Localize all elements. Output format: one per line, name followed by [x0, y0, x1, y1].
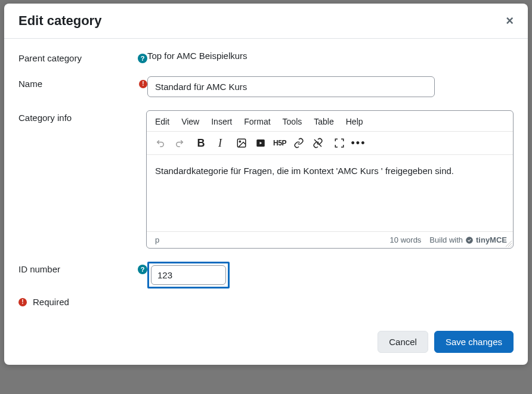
required-icon: !: [18, 298, 27, 306]
editor-footer-right: 10 words Build with tinyMCE: [390, 235, 507, 244]
field-col: Edit View Insert Format Tools Table Help: [146, 110, 514, 249]
help-icon[interactable]: ?: [138, 54, 147, 63]
help-icon[interactable]: ?: [138, 265, 147, 274]
required-note-text: Required: [33, 297, 69, 307]
tinymce-branding[interactable]: Build with tinyMCE: [429, 235, 507, 244]
svg-point-1: [239, 141, 240, 142]
menu-insert[interactable]: Insert: [211, 117, 232, 126]
editor-content-area[interactable]: Standardkategorie für Fragen, die im Kon…: [147, 155, 513, 231]
name-input[interactable]: [147, 76, 435, 97]
label-col: Parent category ?: [18, 51, 147, 63]
close-button[interactable]: ×: [506, 14, 514, 27]
row-id-number: ID number ?: [18, 262, 514, 288]
parent-category-label: Parent category: [18, 53, 133, 63]
menu-format[interactable]: Format: [244, 117, 270, 126]
id-number-label: ID number: [18, 264, 133, 274]
id-number-highlight: [147, 262, 230, 288]
modal-body: Parent category ? Top for AMC Beispielku…: [4, 39, 528, 321]
save-changes-button[interactable]: Save changes: [434, 331, 514, 353]
unlink-icon[interactable]: [313, 138, 323, 148]
field-col: Top for AMC Beispielkurs: [147, 51, 514, 61]
modal-title: Edit category: [18, 13, 101, 29]
parent-category-value: Top for AMC Beispielkurs: [147, 51, 248, 61]
svg-point-4: [466, 237, 473, 244]
tool-group-media: H5P: [236, 138, 323, 148]
fullscreen-icon[interactable]: [334, 138, 345, 148]
required-icon: !: [139, 80, 147, 88]
editor-footer: p 10 words Build with tinyMCE: [147, 231, 513, 248]
h5p-icon[interactable]: H5P: [274, 138, 285, 148]
row-parent-category: Parent category ? Top for AMC Beispielku…: [18, 51, 514, 63]
label-col: Category info: [18, 110, 146, 123]
modal-header: Edit category ×: [4, 4, 528, 39]
editor-toolbar: B I H5P: [147, 132, 513, 155]
tool-group-format: B I: [196, 138, 225, 148]
category-info-label: Category info: [18, 113, 146, 123]
row-category-info: Category info Edit View Insert Format To…: [18, 110, 514, 249]
tool-group-view: •••: [334, 138, 364, 148]
image-icon[interactable]: [236, 138, 247, 148]
undo-icon[interactable]: [155, 138, 166, 148]
video-icon[interactable]: [255, 138, 266, 148]
label-col: Name !: [18, 76, 147, 89]
link-icon[interactable]: [293, 138, 304, 148]
menu-edit[interactable]: Edit: [155, 117, 169, 126]
redo-icon[interactable]: [174, 138, 185, 148]
id-number-input[interactable]: [151, 265, 226, 285]
required-note: ! Required: [18, 297, 514, 307]
word-count[interactable]: 10 words: [390, 235, 422, 244]
menu-view[interactable]: View: [181, 117, 199, 126]
name-label: Name: [18, 79, 134, 89]
italic-icon[interactable]: I: [215, 138, 225, 148]
menu-help[interactable]: Help: [346, 117, 363, 126]
resize-handle-icon[interactable]: [506, 241, 512, 247]
label-col: ID number ?: [18, 262, 147, 274]
menu-tools[interactable]: Tools: [283, 117, 302, 126]
row-name: Name !: [18, 76, 514, 97]
more-icon[interactable]: •••: [353, 138, 364, 148]
modal-footer: Cancel Save changes: [4, 321, 528, 365]
field-col: [147, 262, 514, 288]
bold-icon[interactable]: B: [196, 138, 206, 148]
field-col: [147, 76, 514, 97]
menu-table[interactable]: Table: [314, 117, 333, 126]
edit-category-modal: Edit category × Parent category ? Top fo…: [4, 4, 528, 365]
cancel-button[interactable]: Cancel: [378, 331, 428, 353]
rich-text-editor: Edit View Insert Format Tools Table Help: [146, 110, 514, 249]
tool-group-history: [155, 138, 185, 148]
editor-path[interactable]: p: [155, 235, 159, 244]
editor-menubar: Edit View Insert Format Tools Table Help: [147, 111, 513, 132]
